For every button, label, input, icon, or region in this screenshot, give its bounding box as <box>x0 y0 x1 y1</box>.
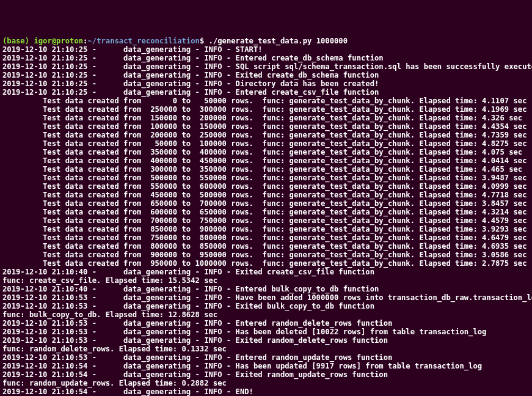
log-line: Test data created from 700000 to 750000 … <box>2 216 527 225</box>
log-line: Test data created from 550000 to 600000 … <box>2 182 527 191</box>
log-line: 2019-12-10 21:10:40 - data_generating - … <box>2 268 374 276</box>
log-line: Test data created from 150000 to 200000 … <box>2 114 522 122</box>
log-line: func: bulk_copy_to_db. Elapsed time: 12.… <box>2 310 217 319</box>
log-line: 2019-12-10 21:10:54 - data_generating - … <box>2 362 482 370</box>
log-line: 2019-12-10 21:10:25 - data_generating - … <box>2 62 532 71</box>
log-line: Test data created from 350000 to 400000 … <box>2 148 522 156</box>
log-line: Test data created from 450000 to 500000 … <box>2 191 527 199</box>
log-line: Test data created from 950000 to 1000000… <box>2 259 527 268</box>
log-line: 2019-12-10 21:10:25 - data_generating - … <box>2 45 263 54</box>
log-line: Test data created from 200000 to 250000 … <box>2 131 527 139</box>
log-line: Test data created from 100000 to 150000 … <box>2 122 527 131</box>
log-line: 2019-12-10 21:10:25 - data_generating - … <box>2 79 379 88</box>
prompt-dollar: $ <box>200 37 204 45</box>
prompt-line: (base) igor@proton:~/transact_reconcilia… <box>2 37 348 45</box>
prompt-user: igor <box>34 37 51 45</box>
log-line: Test data created from 400000 to 450000 … <box>2 156 527 165</box>
log-line: Test data created from 300000 to 350000 … <box>2 165 522 174</box>
log-line: Test data created from 50000 to 100000 r… <box>2 139 527 148</box>
log-line: Test data created from 800000 to 850000 … <box>2 242 527 251</box>
prompt-at: @ <box>52 37 56 45</box>
log-line: 2019-12-10 21:10:53 - data_generating - … <box>2 353 392 362</box>
log-line: 2019-12-10 21:10:53 - data_generating - … <box>2 302 374 310</box>
log-line: 2019-12-10 21:10:40 - data_generating - … <box>2 285 379 293</box>
log-line: 2019-12-10 21:10:54 - data_generating - … <box>2 387 253 396</box>
log-line: func: create_csv_file. Elapsed time: 15.… <box>2 276 217 285</box>
command-text: ./generate_test_data.py 1000000 <box>209 37 348 45</box>
log-line: 2019-12-10 21:10:54 - data_generating - … <box>2 370 388 379</box>
log-line: Test data created from 750000 to 800000 … <box>2 233 527 242</box>
log-line: 2019-12-10 21:10:25 - data_generating - … <box>2 88 379 97</box>
log-line: 2019-12-10 21:10:25 - data_generating - … <box>2 71 379 79</box>
log-line: 2019-12-10 21:10:25 - data_generating - … <box>2 54 384 62</box>
log-line: 2019-12-10 21:10:53 - data_generating - … <box>2 319 392 328</box>
log-line: Test data created from 650000 to 700000 … <box>2 199 527 208</box>
log-line: func: random_update_rows. Elapsed time: … <box>2 379 227 387</box>
terminal-output[interactable]: (base) igor@proton:~/transact_reconcilia… <box>2 37 530 396</box>
log-line: func: random_delete_rows. Elapsed time: … <box>2 345 227 353</box>
log-line: Test data created from 850000 to 900000 … <box>2 225 527 233</box>
log-line: Test data created from 900000 to 950000 … <box>2 251 527 259</box>
log-line: 2019-12-10 21:10:53 - data_generating - … <box>2 328 486 336</box>
log-line: 2019-12-10 21:10:53 - data_generating - … <box>2 293 532 302</box>
log-line: 2019-12-10 21:10:53 - data_generating - … <box>2 336 388 345</box>
log-line: Test data created from 500000 to 550000 … <box>2 174 527 182</box>
prompt-path: ~/transact_reconciliation <box>87 37 199 45</box>
log-line: Test data created from 250000 to 300000 … <box>2 105 527 114</box>
prompt-env: (base) <box>2 37 29 45</box>
log-line: Test data created from 600000 to 650000 … <box>2 208 527 216</box>
prompt-host: proton <box>56 37 83 45</box>
log-line: Test data created from 0 to 50000 rows. … <box>2 97 527 105</box>
